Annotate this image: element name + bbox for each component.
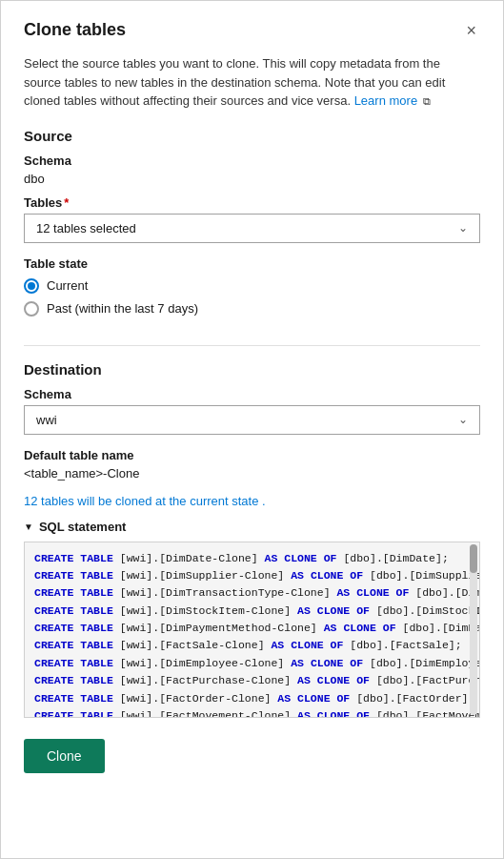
default-table-name-label: Default table name (24, 448, 480, 462)
radio-current-indicator (24, 278, 39, 294)
sql-line: CREATE TABLE [wwi].[FactPurchase-Clone] … (34, 672, 470, 689)
radio-option-current[interactable]: Current (24, 278, 480, 294)
section-divider (24, 345, 480, 346)
radio-option-past[interactable]: Past (within the last 7 days) (24, 301, 480, 317)
sql-lines-container: CREATE TABLE [wwi].[DimDate-Clone] AS CL… (34, 550, 470, 718)
sql-line: CREATE TABLE [wwi].[DimPaymentMethod-Clo… (34, 620, 470, 637)
tables-selected-value: 12 tables selected (36, 221, 136, 235)
clone-button[interactable]: Clone (24, 739, 105, 773)
radio-past-indicator (24, 301, 39, 317)
tables-dropdown[interactable]: 12 tables selected ⌄ (24, 214, 480, 243)
learn-more-link[interactable]: Learn more (354, 93, 417, 108)
clone-info-suffix: . (262, 494, 266, 508)
external-link-icon: ⧉ (423, 93, 431, 110)
schema-label: Schema (24, 153, 480, 168)
radio-current-inner (28, 282, 35, 290)
clone-info-prefix: 12 tables will be cloned at the (24, 494, 187, 508)
destination-schema-chevron-icon: ⌄ (458, 413, 468, 426)
tables-label: Tables* (24, 195, 480, 210)
sql-toggle[interactable]: ▼ SQL statement (24, 520, 480, 534)
dialog-title: Clone tables (24, 20, 126, 40)
destination-schema-dropdown[interactable]: wwi ⌄ (24, 405, 480, 435)
sql-line: CREATE TABLE [wwi].[DimDate-Clone] AS CL… (34, 550, 470, 567)
description-text: Select the source tables you want to clo… (24, 54, 480, 111)
destination-section-title: Destination (24, 361, 480, 378)
sql-collapse-icon: ▼ (24, 522, 33, 532)
clone-info: 12 tables will be cloned at the current … (24, 494, 480, 508)
source-section-title: Source (24, 128, 480, 144)
sql-line: CREATE TABLE [wwi].[FactSale-Clone] AS C… (34, 637, 470, 654)
sql-line: CREATE TABLE [wwi].[DimStockItem-Clone] … (34, 603, 470, 620)
destination-schema-label: Schema (24, 387, 480, 401)
destination-schema-value: wwi (36, 413, 57, 427)
sql-line: CREATE TABLE [wwi].[FactOrder-Clone] AS … (34, 690, 470, 707)
sql-line: CREATE TABLE [wwi].[DimTransactionType-C… (34, 584, 470, 602)
sql-line: CREATE TABLE [wwi].[DimSupplier-Clone] A… (34, 567, 470, 584)
default-table-name-value: <table_name>-Clone (24, 466, 480, 481)
radio-current-label: Current (47, 278, 88, 293)
sql-section: ▼ SQL statement CREATE TABLE [wwi].[DimD… (24, 520, 480, 718)
tables-chevron-icon: ⌄ (458, 221, 468, 235)
sql-line: CREATE TABLE [wwi].[FactMovement-Clone] … (34, 707, 470, 717)
radio-past-label: Past (within the last 7 days) (47, 301, 198, 316)
sql-toggle-label: SQL statement (39, 520, 127, 534)
close-button[interactable]: × (462, 20, 480, 41)
sql-statement-box: CREATE TABLE [wwi].[DimDate-Clone] AS CL… (24, 542, 480, 718)
clone-info-highlight: current state (190, 494, 258, 508)
schema-value: dbo (24, 172, 480, 186)
required-marker: * (64, 195, 69, 210)
sql-line: CREATE TABLE [wwi].[DimEmployee-Clone] A… (34, 655, 470, 672)
table-state-label: Table state (24, 256, 480, 271)
sql-scrollbar-thumb[interactable] (470, 544, 477, 573)
sql-scrollbar[interactable] (470, 544, 477, 715)
